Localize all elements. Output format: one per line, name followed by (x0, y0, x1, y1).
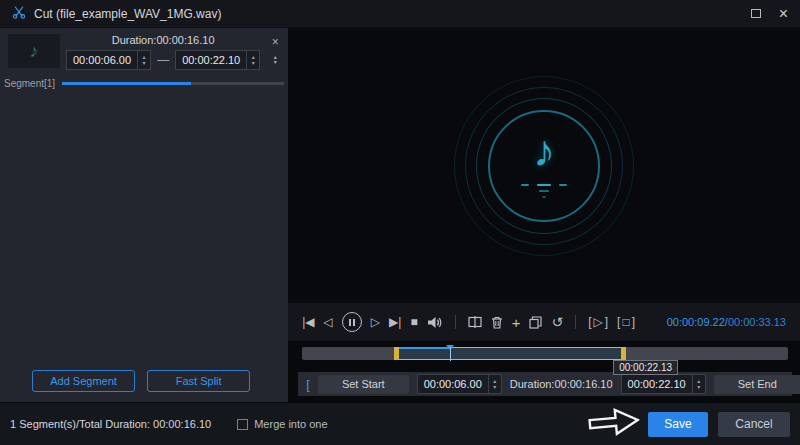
merge-into-one-option[interactable]: Merge into one (237, 418, 327, 430)
cut-dialog-window: Cut (file_example_WAV_1MG.wav) × ♪ Durat… (0, 0, 800, 445)
segment-start-input[interactable]: 00:00:06.00 ▴ ▾ (66, 50, 151, 70)
segment-range: 00:00:06.00 ▴ ▾ — 00:00:22.10 ▴ ▾ (66, 50, 260, 70)
bracket-open: [ (588, 316, 591, 328)
cancel-button[interactable]: Cancel (718, 412, 790, 437)
current-time: 00:00:09.22 (667, 316, 725, 328)
preview-pane: ♪ |◀ (288, 28, 800, 402)
segment-end-input[interactable]: 00:00:22.10 ▴ ▾ (175, 50, 260, 70)
music-note-icon: ♪ (533, 126, 555, 176)
timeline-selection[interactable] (395, 347, 626, 360)
pause-icon (349, 319, 351, 326)
range-dash: — (157, 53, 169, 67)
trim-end-spinner[interactable]: ▴ ▾ (692, 375, 705, 393)
skip-end-icon: ▶| (389, 316, 401, 328)
timeline-played-indicator (395, 347, 450, 349)
spinner-down-icon[interactable]: ▾ (489, 384, 501, 390)
dash (539, 190, 549, 192)
spinner-down-icon[interactable]: ▾ (693, 384, 705, 390)
dash (542, 196, 546, 198)
segment-duration-label: Duration:00:00:16.10 (112, 34, 215, 46)
dash (537, 184, 551, 186)
titlebar: Cut (file_example_WAV_1MG.wav) × (0, 0, 800, 28)
merge-checkbox[interactable] (237, 419, 248, 430)
dash (559, 184, 567, 186)
segment-start-spinner[interactable]: ▴ ▾ (137, 51, 150, 69)
stop-segment-button[interactable]: [ □ ] (617, 316, 635, 328)
volume-icon (427, 316, 443, 329)
add-segment-button[interactable]: Add Segment (32, 370, 135, 392)
main-body: ♪ Duration:00:00:16.10 00:00:06.00 ▴ ▾ — (0, 28, 800, 402)
segment-actions: Add Segment Fast Split (0, 370, 288, 402)
selection-end-handle[interactable] (621, 347, 626, 360)
copy-button[interactable] (529, 316, 542, 329)
set-end-button[interactable]: Set End (714, 375, 800, 394)
segment-side-actions: × ▴ ▾ (266, 34, 284, 70)
segment-thumbnail[interactable]: ♪ (8, 34, 60, 68)
add-button[interactable]: + (512, 315, 521, 330)
bracket-close: ] (605, 316, 608, 328)
trim-end-input[interactable]: 00:00:22.10 ▴ ▾ (621, 374, 706, 394)
bracket-open: [ (617, 316, 620, 328)
stop-icon: ■ (410, 316, 417, 328)
set-start-button[interactable]: Set Start (318, 375, 409, 394)
copy-icon (529, 316, 542, 329)
window-title: Cut (file_example_WAV_1MG.wav) (34, 7, 221, 21)
dash (521, 184, 529, 186)
segment-summary: 1 Segment(s)/Total Duration: 00:00:16.10 (10, 418, 211, 430)
skip-start-icon: |◀ (302, 316, 314, 328)
maximize-icon[interactable] (751, 9, 761, 18)
play-icon: ▷ (594, 316, 603, 328)
play-segment-button[interactable]: [ ▷ ] (588, 316, 608, 328)
audio-artwork: ♪ (454, 76, 634, 256)
reorder-down-icon[interactable]: ▾ (274, 60, 277, 65)
stop-frame-icon: □ (622, 316, 629, 328)
stop-button[interactable]: ■ (410, 316, 417, 328)
reorder-segment-icon[interactable]: ▴ ▾ (274, 55, 277, 65)
split-icon (468, 316, 482, 328)
undo-icon: ↺ (551, 315, 563, 329)
trim-end-value[interactable]: 00:00:22.10 (622, 375, 692, 393)
scissors-icon (12, 5, 26, 23)
frame-back-button[interactable]: ◁ (324, 316, 333, 328)
merge-label[interactable]: Merge into one (254, 418, 327, 430)
trim-duration-label: Duration:00:00:16.10 (510, 378, 613, 390)
skip-end-button[interactable]: ▶| (389, 316, 401, 328)
delete-icon (491, 316, 503, 329)
total-time: 00:00:33.13 (728, 316, 786, 328)
volume-button[interactable] (427, 316, 443, 329)
split-button[interactable] (468, 316, 482, 328)
frame-forward-icon: ▷ (371, 316, 380, 328)
frame-back-icon: ◁ (324, 316, 333, 328)
segment-times: Duration:00:00:16.10 00:00:06.00 ▴ ▾ — 0… (66, 34, 260, 70)
window-controls: × (751, 6, 788, 22)
segment-end-value[interactable]: 00:00:22.10 (176, 51, 246, 69)
selection-start-handle[interactable] (394, 347, 399, 360)
fast-split-button[interactable]: Fast Split (147, 370, 250, 392)
reset-button[interactable]: ↺ (551, 315, 563, 329)
save-button[interactable]: Save (648, 412, 708, 437)
divider (575, 315, 576, 329)
timeline-tooltip: 00:00:22.13 (613, 360, 678, 375)
music-note-icon: ♪ (30, 41, 39, 62)
pause-icon (353, 319, 355, 326)
playhead-line (450, 347, 451, 361)
plus-icon: + (512, 315, 521, 330)
segment-progress-bar (62, 82, 284, 85)
trim-start-input[interactable]: 00:00:06.00 ▴ ▾ (417, 374, 502, 394)
segment-header: ♪ Duration:00:00:16.10 00:00:06.00 ▴ ▾ — (0, 28, 288, 70)
trim-start-spinner[interactable]: ▴ ▾ (488, 375, 501, 393)
delete-button[interactable] (491, 316, 503, 329)
segment-progress-fill (62, 82, 191, 85)
skip-start-button[interactable]: |◀ (302, 316, 314, 328)
remove-segment-icon[interactable]: × (272, 36, 279, 48)
spinner-down-icon[interactable]: ▾ (138, 60, 150, 66)
timeline-track[interactable] (302, 347, 788, 360)
segment-end-spinner[interactable]: ▴ ▾ (246, 51, 259, 69)
trim-start-value[interactable]: 00:00:06.00 (418, 375, 488, 393)
spinner-down-icon[interactable]: ▾ (247, 60, 259, 66)
frame-forward-button[interactable]: ▷ (371, 316, 380, 328)
artwork-center: ♪ (490, 112, 598, 220)
close-icon[interactable]: × (779, 6, 788, 22)
segment-start-value[interactable]: 00:00:06.00 (67, 51, 137, 69)
pause-button[interactable] (342, 312, 362, 332)
